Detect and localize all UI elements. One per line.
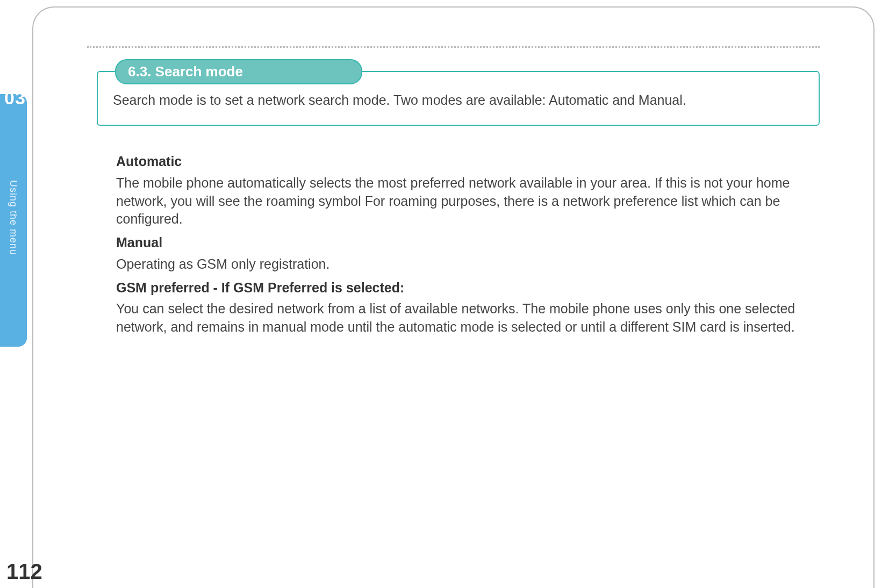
page-frame: 6.3. Search mode Search mode is to set a… bbox=[32, 6, 875, 588]
chapter-tab-label: Using the menu bbox=[8, 180, 19, 255]
section-heading-pill: 6.3. Search mode bbox=[115, 59, 362, 84]
body-copy: Automatic The mobile phone automatically… bbox=[116, 148, 809, 342]
heading-gsm-preferred: GSM preferred - If GSM Preferred is sele… bbox=[116, 279, 809, 297]
paragraph-automatic: The mobile phone automatically selects t… bbox=[116, 174, 809, 228]
chapter-side-tab: 03 Using the menu bbox=[0, 94, 27, 347]
page-number: 112 bbox=[6, 560, 42, 584]
paragraph-gsm-preferred: You can select the desired network from … bbox=[116, 300, 809, 336]
dotted-divider bbox=[87, 46, 820, 48]
heading-manual: Manual bbox=[116, 234, 809, 252]
section-callout: 6.3. Search mode Search mode is to set a… bbox=[97, 71, 820, 126]
heading-automatic: Automatic bbox=[116, 153, 809, 171]
chapter-number: 03 bbox=[4, 88, 26, 109]
section-description: Search mode is to set a network search m… bbox=[113, 91, 804, 110]
paragraph-manual: Operating as GSM only registration. bbox=[116, 255, 809, 274]
